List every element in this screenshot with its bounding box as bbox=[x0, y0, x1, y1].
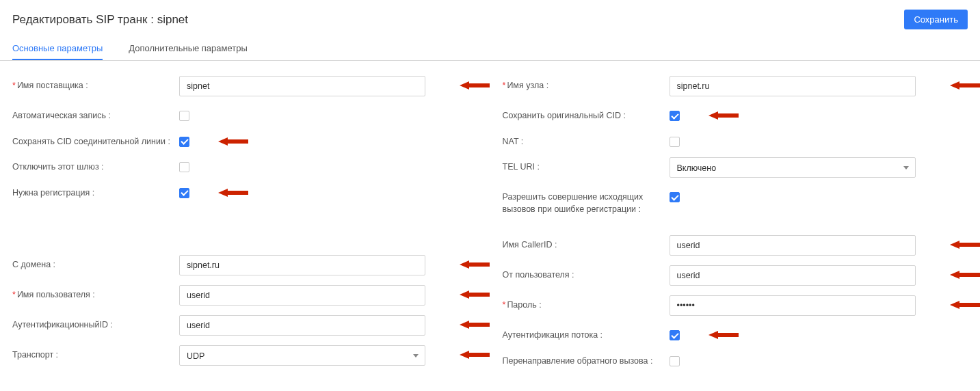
page-title: Редактировать SIP транк : sipnet bbox=[12, 13, 188, 27]
svg-rect-25 bbox=[718, 333, 739, 337]
auto-record-checkbox[interactable] bbox=[179, 111, 189, 121]
password-label: Пароль : bbox=[507, 300, 541, 310]
arrow-icon bbox=[708, 328, 745, 342]
tab-extra[interactable]: Дополнительные параметры bbox=[129, 38, 248, 60]
svg-rect-23 bbox=[959, 303, 980, 307]
provider-name-input[interactable] bbox=[179, 76, 425, 96]
arrow-icon bbox=[460, 258, 496, 271]
svg-marker-6 bbox=[460, 260, 469, 269]
svg-rect-15 bbox=[959, 83, 980, 87]
keep-trunk-cid-checkbox[interactable] bbox=[179, 137, 189, 147]
keep-orig-cid-label: Сохранить оригинальный CID : bbox=[503, 111, 626, 120]
svg-marker-20 bbox=[950, 271, 959, 279]
arrow-icon bbox=[950, 79, 981, 92]
arrow-icon bbox=[460, 288, 496, 301]
allow-out-label: Разрешить совершение исходящих вызовов п… bbox=[503, 192, 644, 214]
svg-rect-21 bbox=[959, 273, 980, 277]
svg-rect-13 bbox=[469, 353, 490, 357]
svg-rect-1 bbox=[469, 83, 490, 87]
from-domain-label: С домена : bbox=[12, 260, 55, 269]
call-forward-checkbox[interactable] bbox=[670, 356, 680, 366]
svg-marker-0 bbox=[460, 81, 469, 90]
svg-rect-19 bbox=[959, 243, 980, 247]
left-column: *Имя поставщика : Автоматическая запись … bbox=[0, 76, 490, 377]
right-column: *Имя узла : Сохранить оригинальный CID :… bbox=[490, 76, 981, 377]
svg-marker-24 bbox=[708, 331, 718, 339]
header: Редактировать SIP транк : sipnet Сохрани… bbox=[0, 10, 980, 35]
username-input[interactable] bbox=[179, 285, 425, 306]
svg-rect-7 bbox=[469, 262, 490, 267]
from-user-input[interactable] bbox=[670, 265, 916, 286]
tab-main[interactable]: Основные параметры bbox=[12, 38, 103, 60]
tel-uri-select[interactable]: Включено bbox=[670, 157, 916, 178]
svg-rect-5 bbox=[228, 191, 248, 195]
auto-record-label: Автоматическая запись : bbox=[12, 111, 111, 120]
svg-rect-9 bbox=[469, 293, 490, 297]
svg-marker-8 bbox=[460, 291, 469, 299]
tabs: Основные параметры Дополнительные параме… bbox=[0, 38, 980, 61]
arrow-icon bbox=[950, 238, 981, 252]
svg-marker-2 bbox=[218, 137, 228, 146]
username-label: Имя пользователя : bbox=[17, 290, 95, 299]
auth-stream-checkbox[interactable] bbox=[670, 330, 680, 340]
nat-label: NAT : bbox=[503, 137, 524, 146]
auth-id-label: АутентификационныйID : bbox=[12, 320, 113, 329]
keep-trunk-cid-label: Сохранять CID соединительной линии : bbox=[12, 137, 170, 146]
password-input[interactable] bbox=[670, 295, 916, 316]
arrow-icon bbox=[708, 109, 745, 122]
disable-gateway-checkbox[interactable] bbox=[179, 162, 189, 172]
svg-marker-12 bbox=[460, 351, 469, 359]
disable-gateway-label: Отключить этот шлюз : bbox=[12, 162, 104, 172]
transport-select[interactable]: UDP bbox=[179, 345, 425, 366]
tel-uri-label: TEL URI : bbox=[503, 162, 540, 172]
arrow-icon bbox=[950, 298, 981, 312]
arrow-icon bbox=[218, 135, 255, 148]
save-button[interactable]: Сохранить bbox=[904, 10, 968, 29]
nat-checkbox[interactable] bbox=[670, 137, 680, 147]
svg-rect-11 bbox=[469, 323, 490, 327]
host-label: Имя узла : bbox=[507, 81, 548, 90]
svg-rect-3 bbox=[228, 139, 248, 144]
provider-name-label: Имя поставщика : bbox=[17, 81, 88, 90]
auth-stream-label: Аутентификация потока : bbox=[503, 330, 603, 340]
need-registration-checkbox[interactable] bbox=[179, 188, 189, 198]
need-registration-label: Нужна регистрация : bbox=[12, 188, 94, 198]
svg-marker-10 bbox=[460, 321, 469, 329]
svg-marker-18 bbox=[950, 241, 959, 249]
arrow-icon bbox=[460, 79, 496, 92]
svg-rect-17 bbox=[718, 113, 739, 118]
callerid-name-input[interactable] bbox=[670, 235, 916, 256]
allow-out-checkbox[interactable] bbox=[670, 192, 680, 202]
arrow-icon bbox=[460, 318, 496, 332]
from-domain-input[interactable] bbox=[179, 255, 425, 275]
transport-label: Транспорт : bbox=[12, 350, 58, 360]
callerid-name-label: Имя CallerID : bbox=[503, 240, 557, 250]
arrow-icon bbox=[460, 348, 496, 362]
svg-marker-4 bbox=[218, 189, 228, 197]
svg-marker-22 bbox=[950, 301, 959, 309]
from-user-label: От пользователя : bbox=[503, 270, 574, 280]
keep-orig-cid-checkbox[interactable] bbox=[670, 111, 680, 121]
call-forward-label: Перенаправление обратного вызова : bbox=[503, 356, 653, 366]
host-input[interactable] bbox=[670, 76, 916, 96]
arrow-icon bbox=[218, 186, 255, 200]
auth-id-input[interactable] bbox=[179, 315, 425, 336]
arrow-icon bbox=[950, 268, 981, 282]
svg-marker-14 bbox=[950, 81, 959, 90]
svg-marker-16 bbox=[708, 111, 718, 120]
